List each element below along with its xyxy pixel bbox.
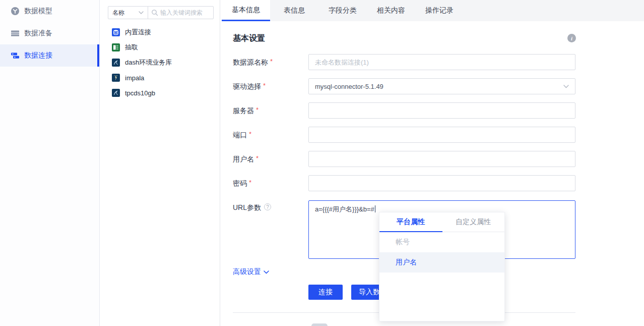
tab-related-content[interactable]: 相关内容 <box>367 0 415 21</box>
help-icon[interactable]: ? <box>264 203 271 210</box>
connection-item-extract[interactable]: 抽取 <box>100 40 220 55</box>
popup-tab-custom-attrs[interactable]: 自定义属性 <box>442 212 504 232</box>
detail-tabbar: 基本信息 表信息 字段分类 相关内容 操作记录 <box>222 0 644 21</box>
connection-item-label: 抽取 <box>125 43 138 52</box>
sidebar-item-data-model[interactable]: 数据模型 <box>0 0 99 22</box>
database-icon <box>112 28 120 36</box>
mysql-icon <box>112 59 120 67</box>
url-params-value: a={{{#用户名}}}&b=# <box>315 205 374 213</box>
connection-item-label: impala <box>125 74 144 82</box>
search-box <box>148 6 214 19</box>
driver-label: 驱动选择 <box>233 78 266 95</box>
chevron-down-icon <box>264 270 269 274</box>
impala-icon <box>112 74 120 82</box>
sidebar-item-data-connection[interactable]: 数据连接 <box>0 44 99 67</box>
driver-select-value: mysql-connector-5.1.49 <box>315 83 383 90</box>
password-label: 密码 <box>233 175 251 192</box>
datasource-name-label: 数据源名称 <box>233 54 273 71</box>
extract-icon <box>112 43 120 51</box>
url-params-label: URL参数 <box>233 203 261 211</box>
text-caret <box>375 205 375 212</box>
password-input[interactable] <box>308 175 575 191</box>
tab-operation-log[interactable]: 操作记录 <box>415 0 464 21</box>
connection-item-label: dash环境业务库 <box>125 58 172 67</box>
server-label: 服务器 <box>233 102 259 119</box>
connection-item-label: tpcds10gb <box>125 89 155 97</box>
datasource-name-input[interactable] <box>308 54 575 70</box>
popup-item-username[interactable]: 用户名 <box>379 252 504 273</box>
info-icon[interactable]: i <box>567 34 576 42</box>
chevron-down-icon <box>563 85 569 88</box>
connection-item-label: 内置连接 <box>125 28 151 37</box>
sidebar-item-label: 数据连接 <box>24 51 52 60</box>
variable-suggestion-popup: 平台属性 自定义属性 帐号 用户名 <box>379 212 505 321</box>
connection-list: 内置连接 抽取 dash环境业务库 impala tpcds10gb <box>100 25 220 100</box>
drawer-handle[interactable] <box>311 323 328 326</box>
filter-dropdown-value: 名称 <box>112 9 124 17</box>
mysql-icon <box>112 89 120 97</box>
port-label: 端口 <box>233 127 251 143</box>
username-label: 用户名 <box>233 151 259 168</box>
port-input[interactable] <box>308 127 575 143</box>
tab-field-category[interactable]: 字段分类 <box>318 0 367 21</box>
driver-select[interactable]: mysql-connector-5.1.49 <box>308 78 575 94</box>
sidebar-item-data-prepare[interactable]: 数据准备 <box>0 22 99 44</box>
tab-table-info[interactable]: 表信息 <box>270 0 318 21</box>
tab-basic-info[interactable]: 基本信息 <box>222 0 270 21</box>
advanced-settings-label: 高级设置 <box>233 267 261 277</box>
sidebar-item-label: 数据模型 <box>24 7 52 16</box>
username-input[interactable] <box>308 151 575 167</box>
server-input[interactable] <box>308 102 575 119</box>
sidebar-item-label: 数据准备 <box>24 29 52 38</box>
filter-dropdown[interactable]: 名称 <box>108 6 148 19</box>
chevron-down-icon <box>139 11 144 14</box>
data-prepare-icon <box>11 29 19 37</box>
search-input[interactable] <box>160 9 211 16</box>
search-icon <box>151 9 158 16</box>
main-sidebar: 数据模型 数据准备 数据连接 <box>0 0 100 326</box>
connection-item-impala[interactable]: impala <box>100 70 220 85</box>
popup-tabbar: 平台属性 自定义属性 <box>379 212 504 232</box>
advanced-settings-link[interactable]: 高级设置 <box>233 267 269 277</box>
connection-list-panel: 名称 内置连接 抽取 dash环境业务库 <box>100 0 220 326</box>
connection-item-tpcds10gb[interactable]: tpcds10gb <box>100 85 220 100</box>
connection-item-builtin[interactable]: 内置连接 <box>100 25 220 40</box>
connection-item-dash-env[interactable]: dash环境业务库 <box>100 55 220 70</box>
data-connection-icon <box>11 51 19 60</box>
data-model-icon <box>11 7 19 15</box>
popup-tab-platform-attrs[interactable]: 平台属性 <box>379 212 442 232</box>
connect-button[interactable]: 连接 <box>308 285 343 300</box>
section-title: 基本设置 <box>233 33 265 44</box>
popup-item-account[interactable]: 帐号 <box>379 232 504 252</box>
